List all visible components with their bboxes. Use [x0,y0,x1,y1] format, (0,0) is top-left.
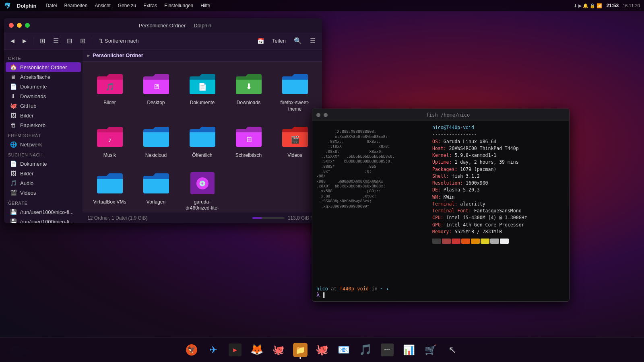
file-item-vbox[interactable]: VirtualBox VMs [89,167,131,212]
value-cpu: Intel i5-4300M (4) @ 3.300GHz [446,215,527,220]
iso-icon: 💿 [188,171,217,196]
term-min[interactable] [324,113,328,117]
file-name-firefox: firefox-sweet-theme [277,100,313,112]
info-host: Host: 20AWS4RC00 ThinkPad T440p [432,145,565,152]
space-used [252,217,262,219]
menu-ansicht[interactable]: Ansicht [91,2,114,9]
search-pics-icon: 🖼 [10,170,17,177]
sidebar-item-search-docs[interactable]: 📄 Dokumente [6,159,81,169]
taskbar-kmail[interactable]: ✈ [204,340,223,360]
grid-container: 🎵 Bilder 🖥 Desktop [89,68,316,212]
label-shell: Shell: [432,173,452,179]
section-header-devices: Geräte [4,197,83,207]
tree-view-button[interactable]: ⊞ [77,35,89,47]
column-view-button[interactable]: ⊟ [64,35,75,47]
taskbar-waveform[interactable]: 〰 [378,340,397,360]
file-item-bilder[interactable]: 🎵 Bilder [89,68,131,116]
file-item-desktop[interactable]: 🖥 Desktop [135,68,177,116]
share-button[interactable]: Teilen [269,35,289,47]
taskbar-garuda[interactable]: 🦅 [182,340,201,360]
taskbar-terminal[interactable]: ▶ [225,340,245,360]
taskbar-mailspring[interactable]: 📧 [334,340,353,360]
sidebar-item-label-device-2: /run/user/1000/nico-fi... [20,219,74,224]
folder-icon-firefox [281,72,310,97]
sidebar-item-trash[interactable]: 🗑 Papierkorb [6,120,81,130]
sort-button[interactable]: ⇅ Sortieren nach [95,36,142,45]
file-item-dokumente[interactable]: 📄 Dokumente [181,68,223,116]
sidebar-item-github[interactable]: 🐙 GitHub [6,101,81,111]
taskbar-cursor[interactable]: ↖ [443,340,462,360]
desktop-icon: 🖥 [10,74,17,80]
menu-einstellungen[interactable]: Einstellungen [161,2,196,9]
sidebar-item-label-search-audio: Audio [20,180,33,186]
maximize-button[interactable] [25,23,30,28]
term-close[interactable] [316,113,320,117]
file-item-schreibtisch[interactable]: 🖥 Schreibtisch [227,120,270,163]
terminal-window: fish /home/nico .X;888:X888988808: x;Xxx… [312,109,570,302]
file-item-public[interactable]: Öffentlich [181,120,223,163]
sidebar-item-search-videos[interactable]: 🎬 Videos [6,188,81,197]
sidebar-item-documents[interactable]: 📄 Dokumente [6,82,81,91]
sidebar-item-network[interactable]: 🌐 Netzwerk [6,140,81,149]
terminal-prompt[interactable]: nico at T440p-void in ~ ✦ λ ▌ [312,284,569,301]
back-button[interactable]: ◀ [7,35,18,47]
term-username-line: nico@T440p-void [432,124,565,131]
sidebar-item-desktop[interactable]: 🖥 Arbeitsfläche [6,72,81,82]
menu-datei[interactable]: Datei [42,2,60,9]
sidebar-item-device-2[interactable]: 💾 /run/user/1000/nico-fi... [6,217,81,223]
taskbar-firefox[interactable]: 🦊 [247,340,266,360]
sidebar-item-search-pics[interactable]: 🖼 Bilder [6,169,81,178]
file-item-firefox[interactable]: firefox-sweet-theme [274,68,316,116]
sidebar-item-label-downloads: Downloads [20,93,46,99]
breadcrumb-current[interactable]: Persönlicher Ordner [93,52,143,58]
menu-bearbeiten[interactable]: Bearbeiten [61,2,91,9]
file-item-musik[interactable]: ♪ Musik [89,120,131,163]
menu-button[interactable]: ☰ [307,35,319,47]
color-3 [452,239,460,244]
spotify-taskbar-icon: 🎵 [359,343,372,356]
label-resolution: Resolution: [432,180,466,186]
close-button[interactable] [9,23,14,28]
search-audio-icon: 🎵 [10,180,17,186]
cursor-taskbar-icon: ↖ [448,344,456,356]
sidebar-item-search-audio[interactable]: 🎵 Audio [6,178,81,188]
sidebar-item-device-1[interactable]: 💾 /run/user/1000/nico-fi... [6,207,81,217]
file-item-downloads[interactable]: ⬇ Downloads [227,68,270,116]
date-view-button[interactable]: 📅 [254,35,267,47]
taskbar-github[interactable]: 🐙 [312,340,332,360]
sidebar-item-downloads[interactable]: ⬇ Downloads [6,91,81,101]
label-wm: WM: [432,194,444,200]
taskbar-dolphin[interactable]: 📁 [291,340,310,360]
taskbar-octopi[interactable]: 🐙 [269,340,288,360]
label-de: DE: [432,187,444,193]
detail-view-button[interactable]: ☰ [50,35,62,47]
terminal-info-panel: nico@T440p-void ---------------- OS: Gar… [432,124,565,281]
taskbar-store[interactable]: 🛒 [421,340,440,360]
taskbar-spotify[interactable]: 🎵 [356,340,375,360]
search-button[interactable]: 🔍 [291,35,305,47]
statusbar: 12 Ordner, 1 Datei (1,9 GiB) 113,0 GiB f… [83,212,322,223]
sidebar-item-home[interactable]: 🏠 Persönlicher Ordner [6,62,81,72]
file-item-nextcloud[interactable]: Nextcloud [135,120,177,163]
folder-icon-templates [142,171,171,196]
sidebar-item-pictures[interactable]: 🖼 Bilder [6,111,81,120]
minimize-button[interactable] [17,23,22,28]
menu-hilfe[interactable]: Hilfe [197,2,213,9]
value-termfont: FantasqueSansMono [474,208,522,214]
file-item-iso[interactable]: 💿 garuda-dr460nized-lite-201116-linux-ze… [181,167,223,212]
menu-gehzu[interactable]: Gehe zu [115,2,139,9]
waveform-taskbar-icon: 〰 [381,343,394,356]
file-item-templates[interactable]: Vorlagen [135,167,177,212]
forward-button[interactable]: ▶ [19,35,30,47]
folder-icon-schreibtisch: 🖥 [234,124,263,149]
term-separator: ---------------- [432,131,565,138]
color-7 [490,239,499,244]
prompt-line-1: nico at T440p-void in ~ ✦ [316,286,565,292]
value-de: Plasma 5.20.3 [444,187,480,193]
file-item-videos[interactable]: 🎬 Videos [274,120,316,163]
label-kernel: Kernel: [432,152,454,158]
folder-icon-downloads: ⬇ [234,72,263,97]
icon-view-button[interactable]: ⊞ [37,35,48,47]
taskbar-monitor[interactable]: 📊 [399,340,419,360]
menu-extras[interactable]: Extras [140,2,160,9]
